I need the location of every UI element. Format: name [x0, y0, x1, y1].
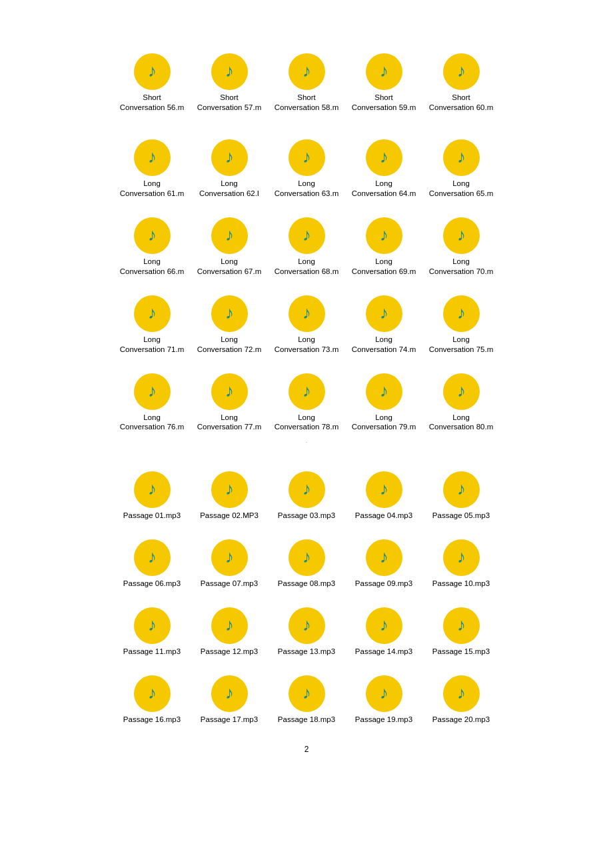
list-item[interactable]: ♪ Passage 16.mp3	[113, 675, 191, 725]
file-label: Passage 17.mp3	[201, 715, 258, 725]
svg-text:♪: ♪	[457, 303, 466, 323]
list-item[interactable]: ♪ LongConversation 74.m	[345, 295, 422, 355]
page-number: 2	[0, 745, 613, 754]
music-file-icon: ♪	[443, 295, 480, 332]
list-item[interactable]: ♪ Passage 13.mp3	[268, 607, 345, 657]
file-label: LongConversation 69.m	[352, 257, 416, 277]
svg-text:♪: ♪	[148, 615, 157, 635]
music-file-icon: ♪	[211, 675, 248, 712]
svg-text:♪: ♪	[225, 147, 234, 167]
list-item[interactable]: ♪ LongConversation 75.m	[422, 295, 500, 355]
list-item[interactable]: ♪ Passage 05.mp3	[422, 471, 500, 521]
file-label: LongConversation 79.m	[352, 413, 416, 433]
music-file-icon: ♪	[289, 139, 325, 176]
file-label: Passage 16.mp3	[123, 715, 181, 725]
music-file-icon: ♪	[366, 539, 402, 576]
music-file-icon: ♪	[443, 539, 480, 576]
file-label: Passage 20.mp3	[432, 715, 490, 725]
list-item[interactable]: ♪ LongConversation 80.m	[422, 373, 500, 433]
list-item[interactable]: ♪ Passage 06.mp3	[113, 539, 191, 589]
svg-text:♪: ♪	[225, 225, 234, 245]
svg-text:♪: ♪	[303, 683, 311, 703]
list-item[interactable]: ♪ LongConversation 78.m	[268, 373, 345, 433]
list-item[interactable]: ♪ Passage 03.mp3	[268, 471, 345, 521]
list-item[interactable]: ♪ Passage 09.mp3	[345, 539, 422, 589]
list-item[interactable]: ♪ LongConversation 61.m	[113, 139, 191, 199]
file-label: Passage 10.mp3	[432, 579, 490, 589]
svg-text:♪: ♪	[225, 479, 234, 499]
music-file-icon: ♪	[443, 217, 480, 254]
list-item[interactable]: ♪ ShortConversation 58.m	[268, 53, 345, 113]
file-label: Passage 04.mp3	[355, 511, 412, 521]
list-item[interactable]: ♪ Passage 07.mp3	[191, 539, 268, 589]
music-file-icon: ♪	[134, 53, 171, 90]
list-item[interactable]: ♪ LongConversation 64.m	[345, 139, 422, 199]
music-file-icon: ♪	[366, 607, 402, 644]
list-item[interactable]: ♪ Passage 04.mp3	[345, 471, 422, 521]
file-label: LongConversation 64.m	[352, 179, 416, 199]
list-item[interactable]: ♪ ShortConversation 57.m	[191, 53, 268, 113]
list-item[interactable]: ♪ Passage 08.mp3	[268, 539, 345, 589]
list-item[interactable]: ♪ LongConversation 70.m	[422, 217, 500, 277]
music-file-icon: ♪	[366, 139, 402, 176]
list-item[interactable]: ♪ Passage 02.MP3	[191, 471, 268, 521]
file-label: Passage 14.mp3	[355, 647, 412, 657]
list-item[interactable]: ♪ LongConversation 71.m	[113, 295, 191, 355]
list-item[interactable]: ♪ LongConversation 69.m	[345, 217, 422, 277]
music-file-icon: ♪	[289, 539, 325, 576]
svg-text:♪: ♪	[303, 381, 311, 401]
music-file-icon: ♪	[211, 295, 248, 332]
list-item[interactable]: ♪ Passage 14.mp3	[345, 607, 422, 657]
file-label: LongConversation 63.m	[275, 179, 339, 199]
list-item[interactable]: ♪ Passage 18.mp3	[268, 675, 345, 725]
svg-text:♪: ♪	[303, 61, 311, 81]
list-item[interactable]: ♪ ShortConversation 60.m	[422, 53, 500, 113]
svg-text:♪: ♪	[148, 479, 157, 499]
list-item[interactable]: ♪ Passage 01.mp3	[113, 471, 191, 521]
list-item[interactable]: ♪ LongConversation 62.I	[191, 139, 268, 199]
list-item[interactable]: ♪ ShortConversation 59.m	[345, 53, 422, 113]
music-file-icon: ♪	[289, 53, 325, 90]
list-item[interactable]: ♪ Passage 11.mp3	[113, 607, 191, 657]
file-label: LongConversation 80.m	[429, 413, 494, 433]
list-item[interactable]: ♪ Passage 10.mp3	[422, 539, 500, 589]
list-item[interactable]: ♪ LongConversation 76.m	[113, 373, 191, 433]
list-item[interactable]: ♪ Passage 15.mp3	[422, 607, 500, 657]
file-label: Passage 09.mp3	[355, 579, 412, 589]
list-item[interactable]: ♪ LongConversation 72.m	[191, 295, 268, 355]
list-item[interactable]: ♪ LongConversation 68.m	[268, 217, 345, 277]
row-long-conversations-76: ♪ LongConversation 76.m ♪ LongConversati…	[0, 373, 613, 433]
svg-text:♪: ♪	[457, 381, 466, 401]
divider: ·	[0, 439, 613, 446]
file-label: Passage 06.mp3	[123, 579, 181, 589]
list-item[interactable]: ♪ ShortConversation 56.m	[113, 53, 191, 113]
list-item[interactable]: ♪ LongConversation 73.m	[268, 295, 345, 355]
music-file-icon: ♪	[366, 53, 402, 90]
file-label: ShortConversation 60.m	[429, 93, 494, 113]
file-label: LongConversation 74.m	[352, 335, 416, 355]
list-item[interactable]: ♪ LongConversation 77.m	[191, 373, 268, 433]
svg-text:♪: ♪	[380, 225, 388, 245]
list-item[interactable]: ♪ LongConversation 67.m	[191, 217, 268, 277]
list-item[interactable]: ♪ Passage 12.mp3	[191, 607, 268, 657]
music-file-icon: ♪	[134, 295, 171, 332]
file-label: LongConversation 61.m	[120, 179, 185, 199]
list-item[interactable]: ♪ Passage 20.mp3	[422, 675, 500, 725]
svg-text:♪: ♪	[225, 381, 234, 401]
list-item[interactable]: ♪ LongConversation 63.m	[268, 139, 345, 199]
row-long-conversations-71: ♪ LongConversation 71.m ♪ LongConversati…	[0, 295, 613, 355]
list-item[interactable]: ♪ Passage 17.mp3	[191, 675, 268, 725]
list-item[interactable]: ♪ LongConversation 79.m	[345, 373, 422, 433]
music-file-icon: ♪	[366, 471, 402, 508]
svg-text:♪: ♪	[303, 303, 311, 323]
list-item[interactable]: ♪ LongConversation 65.m	[422, 139, 500, 199]
list-item[interactable]: ♪ LongConversation 66.m	[113, 217, 191, 277]
svg-text:♪: ♪	[380, 61, 388, 81]
music-file-icon: ♪	[443, 675, 480, 712]
music-file-icon: ♪	[366, 675, 402, 712]
svg-text:♪: ♪	[303, 547, 311, 567]
music-file-icon: ♪	[289, 471, 325, 508]
music-file-icon: ♪	[134, 471, 171, 508]
list-item[interactable]: ♪ Passage 19.mp3	[345, 675, 422, 725]
svg-text:♪: ♪	[148, 225, 157, 245]
